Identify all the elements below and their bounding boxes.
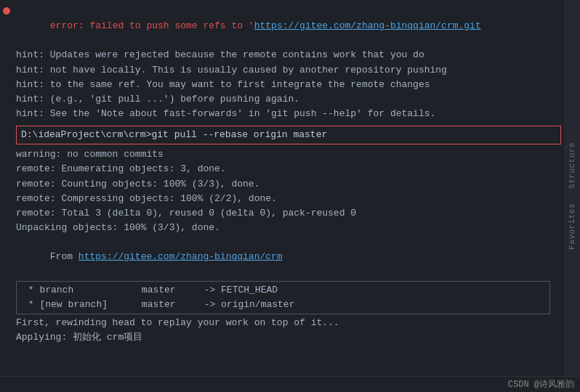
error-indicator bbox=[3, 7, 10, 15]
error-url[interactable]: https://gitee.com/zhang-binqqian/crm.git bbox=[254, 20, 481, 31]
hint-line-3: hint: to the same ref. You may want to f… bbox=[16, 78, 561, 92]
warning-line: warning: no common commits bbox=[16, 147, 561, 162]
remote-line-4: remote: Total 3 (delta 0), reused 0 (del… bbox=[16, 206, 561, 221]
right-sidebar: Structure Favorites bbox=[564, 0, 580, 392]
error-text: error: failed to push some refs to ' bbox=[50, 20, 254, 31]
hint-line-5: hint: See the 'Note about fast-forwards'… bbox=[16, 107, 561, 121]
remote-line-2: remote: Counting objects: 100% (3/3), do… bbox=[16, 177, 561, 192]
branch-line-2: * [new branch] master -> origin/master bbox=[23, 298, 544, 312]
remote-line-3: remote: Compressing objects: 100% (2/2),… bbox=[16, 192, 561, 206]
from-text: From bbox=[50, 251, 78, 262]
csdn-badge: CSDN @诗风雅韵 bbox=[508, 380, 574, 390]
first-line: First, rewinding head to replay your wor… bbox=[16, 316, 561, 330]
from-line: From https://gitee.com/zhang-binqqian/cr… bbox=[16, 235, 561, 279]
left-gutter bbox=[0, 0, 13, 392]
hint-line-4: hint: (e.g., 'git pull ...') before push… bbox=[16, 92, 561, 107]
terminal-window: error: failed to push some refs to 'http… bbox=[0, 0, 580, 392]
applying-line: Applying: 初始化 crm项目 bbox=[16, 330, 561, 345]
command-text: D:\ideaProject\crm\crm>git pull --rebase… bbox=[21, 128, 556, 142]
hint-line-1: hint: Updates were rejected because the … bbox=[16, 48, 561, 62]
remote-line-1: remote: Enumerating objects: 3, done. bbox=[16, 162, 561, 176]
from-url[interactable]: https://gitee.com/zhang-binqqian/crm bbox=[78, 251, 283, 262]
branch-box: * branch master -> FETCH_HEAD * [new bra… bbox=[16, 281, 550, 314]
command-box: D:\ideaProject\crm\crm>git pull --rebase… bbox=[16, 126, 561, 144]
bottom-bar: CSDN @诗风雅韵 bbox=[0, 376, 580, 392]
unpacking-line: Unpacking objects: 100% (3/3), done. bbox=[16, 221, 561, 235]
sidebar-favorites-label[interactable]: Favorites bbox=[568, 203, 576, 250]
terminal-content: error: failed to push some refs to 'http… bbox=[13, 0, 564, 392]
hint-line-2: hint: not have locally. This is usually … bbox=[16, 63, 561, 78]
error-line: error: failed to push some refs to 'http… bbox=[16, 4, 561, 48]
sidebar-structure-label[interactable]: Structure bbox=[568, 142, 576, 189]
branch-line-1: * branch master -> FETCH_HEAD bbox=[23, 283, 544, 298]
